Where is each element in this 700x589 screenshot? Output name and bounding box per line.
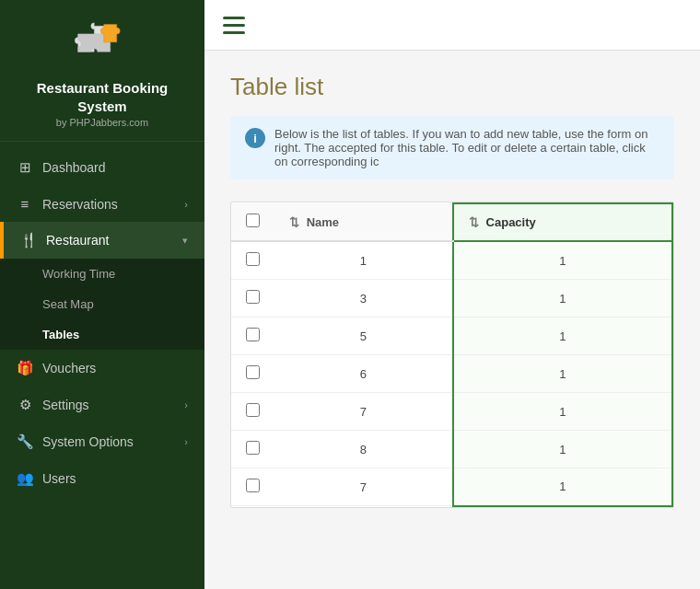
sidebar-item-reservations[interactable]: ≡ Reservations › [0,186,204,222]
page-content: Table list i Below is the list of tables… [204,51,700,589]
table-row: 51 [231,318,672,355]
topbar [204,0,700,51]
row-checkbox[interactable] [246,479,260,492]
sidebar-item-label: Dashboard [42,160,188,175]
row-name: 3 [274,280,453,318]
sidebar-item-label: Restaurant [46,233,182,248]
row-checkbox-cell [231,431,274,468]
table-container: ⇅ Name ⇅ Capacity 11315161718171 [230,202,674,508]
table-row: 61 [231,355,672,393]
row-checkbox-cell [231,468,274,506]
sidebar-item-working-time[interactable]: Working Time [0,259,204,289]
working-time-label: Working Time [42,267,115,281]
row-checkbox-cell [231,280,274,318]
hamburger-line [223,31,245,34]
row-checkbox[interactable] [246,290,260,304]
row-capacity: 1 [453,280,672,318]
sidebar-item-label: Settings [42,398,184,412]
page-title: Table list [230,73,674,101]
sidebar-item-tables[interactable]: Tables [0,319,204,350]
logo-image [70,17,134,72]
col-header-capacity[interactable]: ⇅ Capacity [453,203,672,241]
hamburger-line [223,24,245,27]
sidebar-nav: ⊞ Dashboard ≡ Reservations › 🍴 Restauran… [0,142,204,589]
users-icon: 👥 [17,470,33,487]
tables-label: Tables [42,328,79,341]
chevron-right-icon: › [184,199,188,210]
row-name: 1 [274,241,453,280]
main-content: Table list i Below is the list of tables… [204,0,700,589]
info-text: Below is the list of tables. If you wan … [274,127,659,168]
row-name: 7 [274,468,453,506]
sort-icon: ⇅ [469,215,479,229]
hamburger-menu-button[interactable] [223,17,245,34]
table-row: 71 [231,468,672,506]
app-title: Restaurant Booking System [37,79,169,115]
chevron-right-icon: › [184,399,188,410]
row-checkbox-cell [231,355,274,393]
restaurant-submenu: Working Time Seat Map Tables [0,259,204,350]
table-row: 81 [231,431,672,468]
row-checkbox[interactable] [246,441,260,455]
row-checkbox[interactable] [246,328,260,341]
sidebar-item-label: System Options [42,434,184,449]
vouchers-icon: 🎁 [17,360,33,376]
row-name: 8 [274,431,453,468]
info-box: i Below is the list of tables. If you wa… [230,116,674,179]
row-checkbox[interactable] [246,252,260,266]
sidebar-item-label: Reservations [42,197,184,212]
sidebar: Restaurant Booking System by PHPJabbers.… [0,0,204,589]
sidebar-item-seat-map[interactable]: Seat Map [0,289,204,319]
app-subtitle: by PHPJabbers.com [56,117,148,128]
sidebar-item-dashboard[interactable]: ⊞ Dashboard [0,149,204,186]
col-header-checkbox [231,203,274,241]
sidebar-item-system-options[interactable]: 🔧 System Options › [0,423,204,460]
col-capacity-label: Capacity [486,215,536,229]
tables-table: ⇅ Name ⇅ Capacity 11315161718171 [231,202,673,507]
row-name: 6 [274,355,453,393]
sidebar-item-restaurant[interactable]: 🍴 Restaurant ▾ [0,222,204,259]
table-row: 71 [231,393,672,431]
table-row: 11 [231,241,672,280]
row-capacity: 1 [453,468,672,506]
row-name: 7 [274,393,453,431]
hamburger-line [223,17,245,19]
chevron-down-icon: ▾ [182,235,188,247]
settings-icon: ⚙ [17,397,33,413]
row-checkbox[interactable] [246,365,260,379]
sidebar-item-label: Vouchers [42,361,188,375]
table-row: 31 [231,280,672,318]
chevron-right-icon: › [184,436,188,447]
restaurant-icon: 🍴 [20,232,37,248]
row-checkbox-cell [231,318,274,355]
row-capacity: 1 [453,318,672,355]
sidebar-item-users[interactable]: 👥 Users [0,460,204,497]
info-icon: i [245,128,265,148]
row-capacity: 1 [453,393,672,431]
row-name: 5 [274,318,453,355]
sidebar-item-label: Users [42,471,188,486]
reservations-icon: ≡ [17,196,33,212]
sidebar-logo: Restaurant Booking System by PHPJabbers.… [0,0,204,142]
sidebar-item-settings[interactable]: ⚙ Settings › [0,387,204,423]
sort-icon: ⇅ [289,215,299,229]
col-name-label: Name [307,215,339,229]
seat-map-label: Seat Map [42,297,94,311]
row-checkbox-cell [231,393,274,431]
row-capacity: 1 [453,241,672,280]
sidebar-item-vouchers[interactable]: 🎁 Vouchers [0,350,204,387]
col-header-name[interactable]: ⇅ Name [274,203,453,241]
table-body: 11315161718171 [231,241,672,506]
row-capacity: 1 [453,355,672,393]
row-checkbox[interactable] [246,403,260,417]
row-capacity: 1 [453,431,672,468]
row-checkbox-cell [231,241,274,280]
dashboard-icon: ⊞ [17,159,33,176]
select-all-checkbox[interactable] [246,214,260,227]
system-options-icon: 🔧 [17,433,33,450]
